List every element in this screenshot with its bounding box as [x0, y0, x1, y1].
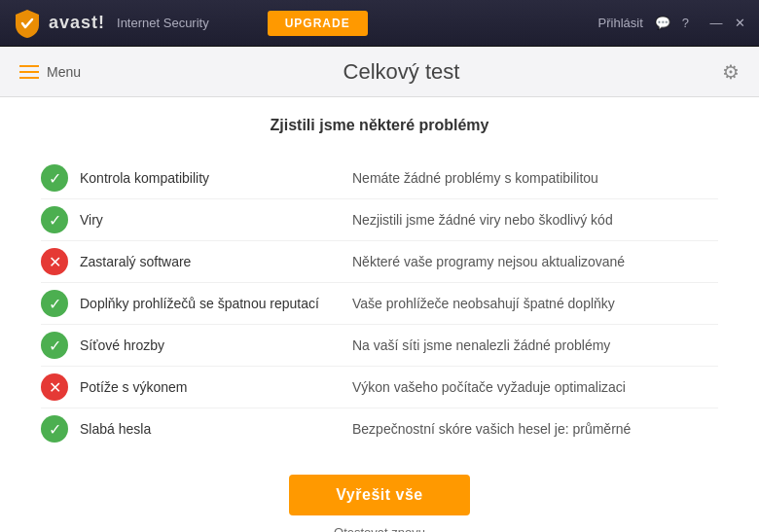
check-list: ✓Kontrola kompatibilityNemáte žádné prob… [39, 156, 720, 451]
solve-button[interactable]: Vyřešit vše [289, 475, 469, 515]
table-row: ✕Potíže s výkonemVýkon vašeho počítače v… [41, 367, 718, 408]
action-area: Vyřešit vše Otestovat znovu [39, 475, 720, 532]
settings-icon[interactable]: ⚙ [722, 60, 740, 84]
check-ok-icon: ✓ [41, 206, 68, 233]
table-row: ✓Doplňky prohlížečů se špatnou reputacíV… [41, 283, 718, 325]
logo-area: avast! Internet Security [12, 8, 209, 39]
section-title: Zjistili jsme některé problémy [39, 117, 720, 134]
check-description: Nezjistili jsme žádné viry nebo škodlivý… [352, 212, 718, 228]
avast-logo-icon [12, 8, 43, 39]
check-ok-icon: ✓ [41, 290, 68, 317]
main-content: Zjistili jsme některé problémy ✓Kontrola… [0, 97, 759, 532]
check-description: Na vaší síti jsme nenalezli žádné problé… [352, 337, 718, 353]
check-description: Některé vaše programy nejsou aktualizova… [352, 254, 718, 269]
check-ok-icon: ✓ [41, 332, 68, 359]
table-row: ✓Síťové hrozbyNa vaší síti jsme nenalezl… [41, 325, 718, 367]
check-label: Potíže s výkonem [80, 379, 352, 395]
avast-logo: avast! [12, 8, 105, 39]
check-error-icon: ✕ [41, 248, 68, 275]
table-row: ✕Zastaralý softwareNěkteré vaše programy… [41, 241, 718, 283]
product-name: Internet Security [117, 16, 209, 30]
help-icon[interactable]: ? [682, 16, 689, 30]
retest-button[interactable]: Otestovat znovu [334, 525, 425, 532]
table-row: ✓Slabá heslaBezpečnostní skóre vašich he… [41, 408, 718, 449]
hamburger-icon [19, 65, 39, 79]
check-label: Viry [80, 212, 352, 228]
check-label: Doplňky prohlížečů se špatnou reputací [80, 296, 352, 311]
check-label: Kontrola kompatibility [80, 170, 352, 186]
title-bar: avast! Internet Security UPGRADE Přihlás… [0, 0, 759, 47]
check-description: Vaše prohlížeče neobsahují špatné doplňk… [352, 296, 718, 311]
upgrade-button[interactable]: UPGRADE [268, 11, 368, 36]
check-description: Bezpečnostní skóre vašich hesel je: prům… [352, 421, 718, 437]
table-row: ✓Kontrola kompatibilityNemáte žádné prob… [41, 158, 718, 199]
check-ok-icon: ✓ [41, 164, 68, 192]
check-label: Zastaralý software [80, 254, 352, 269]
check-description: Výkon vašeho počítače vyžaduje optimaliz… [352, 379, 718, 395]
page-title: Celkový test [81, 59, 722, 85]
logo-text: avast! [49, 13, 105, 33]
login-label[interactable]: Přihlásit [598, 16, 643, 30]
window-controls: — ✕ [708, 16, 747, 31]
sub-header: Menu Celkový test ⚙ [0, 47, 759, 97]
check-ok-icon: ✓ [41, 415, 68, 443]
check-description: Nemáte žádné problémy s kompatibilitou [352, 170, 718, 186]
close-button[interactable]: ✕ [732, 16, 747, 31]
check-label: Síťové hrozby [80, 337, 352, 353]
minimize-button[interactable]: — [708, 16, 724, 31]
menu-button[interactable]: Menu [19, 64, 81, 80]
check-label: Slabá hesla [80, 421, 352, 437]
chat-icon[interactable]: 💬 [655, 16, 670, 30]
table-row: ✓ViryNezjistili jsme žádné viry nebo ško… [41, 199, 718, 241]
menu-label: Menu [47, 64, 81, 80]
title-bar-right: Přihlásit 💬 ? — ✕ [598, 16, 747, 31]
check-error-icon: ✕ [41, 373, 68, 401]
